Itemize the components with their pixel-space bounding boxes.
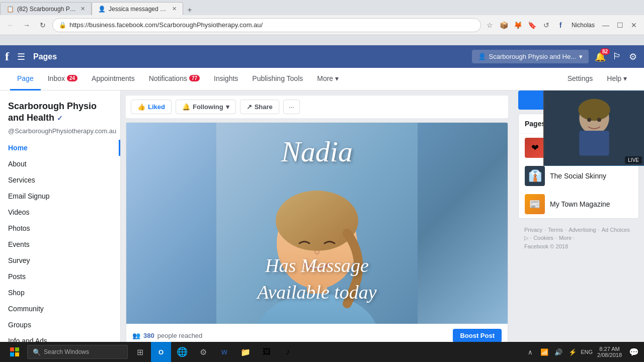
sidebar-events[interactable]: Events	[0, 236, 120, 252]
pages-icon[interactable]: 🏳	[611, 49, 624, 64]
systray-network[interactable]: 📶	[538, 342, 551, 362]
post-card: Nadia Has MassageAvailable today 👥 380 p…	[126, 122, 508, 362]
notifications-badge: 82	[600, 48, 610, 55]
video-label: LIVE	[625, 156, 642, 164]
taskbar-clock[interactable]: 8:27 AM 2/08/2018	[593, 346, 626, 358]
sidebar-community[interactable]: Community	[0, 301, 120, 317]
bookmark-icon[interactable]: ☆	[484, 19, 496, 31]
sidebar-videos[interactable]: Videos	[0, 204, 120, 220]
footer-privacy[interactable]: Privacy	[524, 227, 542, 233]
nav-page[interactable]: Page	[10, 68, 41, 90]
taskbar-app-task-view[interactable]: ⊞	[130, 342, 150, 362]
taskbar-app-outlook[interactable]: O	[151, 342, 171, 362]
address-bar[interactable]: 🔒 https://business.facebook.com/Scarboro…	[52, 18, 481, 32]
maximize-icon[interactable]: ☐	[614, 19, 626, 31]
sidebar-shop[interactable]: Shop	[0, 285, 120, 301]
sidebar-home[interactable]: Home	[0, 140, 120, 156]
taskbar-search-box[interactable]: 🔍 Search Windows	[27, 345, 128, 359]
svg-rect-12	[10, 347, 14, 351]
inbox-badge: 24	[67, 75, 77, 81]
page-thumb-1: ❤	[525, 138, 545, 158]
new-tab-button[interactable]: +	[183, 5, 196, 15]
liked-button[interactable]: 👍 Liked	[131, 100, 172, 114]
extension-icon-1[interactable]: 📦	[498, 19, 510, 31]
back-button[interactable]: ←	[4, 19, 17, 32]
fb-menu-button[interactable]: ☰	[13, 49, 29, 64]
nav-notifications[interactable]: Notifications 77	[142, 68, 207, 90]
reach-count: 380	[143, 332, 154, 339]
liked-page-3[interactable]: 📰 My Town Magazine	[519, 190, 638, 218]
taskbar-app-settings[interactable]: ⚙	[193, 342, 213, 362]
taskbar-app-chrome[interactable]: 🌐	[172, 342, 192, 362]
systray-chevron[interactable]: ∧	[524, 342, 537, 362]
systray-volume[interactable]: 🔊	[552, 342, 565, 362]
reload-button[interactable]: ↻	[36, 19, 49, 32]
fb-account-button[interactable]: 👤 Scarborough Physio and He... ▾	[472, 50, 589, 63]
taskbar-app-word[interactable]: W	[214, 342, 234, 362]
reach-people-icon: 👥	[132, 332, 140, 339]
browser-tab-2[interactable]: 👤 Jessica messaged you ✕	[92, 2, 183, 15]
systray-keyboard[interactable]: ENG	[580, 342, 593, 362]
nav-insights[interactable]: Insights	[207, 68, 245, 90]
nav-inbox[interactable]: Inbox 24	[41, 68, 85, 90]
footer-advertising[interactable]: Advertising	[569, 227, 596, 233]
systray-battery[interactable]: ⚡	[566, 342, 579, 362]
close-window-icon[interactable]: ✕	[628, 19, 640, 31]
main-content: 👍 Liked 🔔 Following ▾ ↗ Share ···	[121, 90, 513, 362]
left-sidebar: Scarborough Physio and Health ✓ @Scarbor…	[0, 90, 121, 362]
refresh-icon[interactable]: ↺	[540, 19, 552, 31]
nav-publishing-tools[interactable]: Publishing Tools	[245, 68, 310, 90]
liked-page-2[interactable]: 👔 The Social Skinny	[519, 162, 638, 190]
minimize-icon[interactable]: —	[600, 19, 612, 31]
video-preview[interactable]: LIVE	[543, 90, 644, 166]
sidebar-email-signup[interactable]: Email Signup	[0, 188, 120, 204]
tab2-close[interactable]: ✕	[172, 6, 177, 12]
footer-more[interactable]: More ·	[559, 235, 575, 241]
nav-settings[interactable]: Settings	[560, 68, 600, 90]
account-name: Scarborough Physio and He...	[489, 53, 576, 60]
sidebar-about[interactable]: About	[0, 156, 120, 172]
fb-icon[interactable]: f	[554, 19, 567, 31]
share-button[interactable]: ↗ Share	[240, 100, 279, 114]
taskbar-app-explorer[interactable]: 📁	[235, 342, 256, 362]
sidebar-groups[interactable]: Groups	[0, 317, 120, 333]
more-actions-button[interactable]: ···	[283, 100, 300, 114]
browser-tab-1[interactable]: 📋 (82) Scarborough Physio... ✕	[0, 2, 92, 15]
sidebar-services[interactable]: Services	[0, 172, 120, 188]
sidebar-posts[interactable]: Posts	[0, 268, 120, 285]
page-name-3: My Town Magazine	[550, 200, 610, 208]
footer-terms[interactable]: Terms	[548, 227, 563, 233]
following-icon: 🔔	[182, 103, 190, 111]
footer-ad-choices[interactable]: Ad Choices	[602, 227, 630, 233]
clock-time: 8:27 AM	[599, 346, 619, 352]
fb-main-area: Scarborough Physio and Health ✓ @Scarbor…	[0, 90, 644, 362]
start-button[interactable]	[2, 342, 27, 362]
nav-appointments[interactable]: Appointments	[85, 68, 142, 90]
forward-button[interactable]: →	[20, 19, 33, 32]
taskbar-app-music[interactable]: ♪	[278, 342, 298, 362]
taskbar-search-icon: 🔍	[33, 348, 41, 356]
action-center-button[interactable]: 💬	[626, 342, 642, 362]
taskbar-search-placeholder: Search Windows	[44, 348, 89, 355]
taskbar: 🔍 Search Windows ⊞ O 🌐 ⚙ W 📁 🖼 ♪ ∧ 📶 🔊 ⚡…	[0, 342, 644, 362]
extension-icon-3[interactable]: 🔖	[526, 19, 538, 31]
boost-post-button[interactable]: Boost Post	[453, 329, 502, 342]
page-navigation: Page Inbox 24 Appointments Notifications…	[0, 68, 644, 90]
footer-cookies[interactable]: Cookies	[533, 235, 553, 241]
sidebar-photos[interactable]: Photos	[0, 220, 120, 236]
settings-icon[interactable]: ⚙	[627, 49, 639, 64]
notifications-icon[interactable]: 🔔 82	[593, 49, 608, 64]
extension-icon-2[interactable]: 🦊	[512, 19, 524, 31]
sidebar-survey[interactable]: Survey	[0, 252, 120, 268]
nav-help[interactable]: Help ▾	[600, 68, 634, 90]
notifications-nav-badge: 77	[189, 75, 200, 81]
fb-logo: f	[5, 50, 9, 63]
following-button[interactable]: 🔔 Following ▾	[176, 100, 236, 114]
taskbar-app-photos[interactable]: 🖼	[257, 342, 277, 362]
nav-more[interactable]: More ▾	[310, 68, 346, 90]
page-thumb-2: 👔	[525, 166, 545, 186]
svg-point-4	[276, 191, 358, 251]
tab1-close[interactable]: ✕	[80, 6, 85, 12]
fb-pages-title: Pages	[33, 52, 57, 61]
tab2-favicon: 👤	[98, 6, 106, 13]
